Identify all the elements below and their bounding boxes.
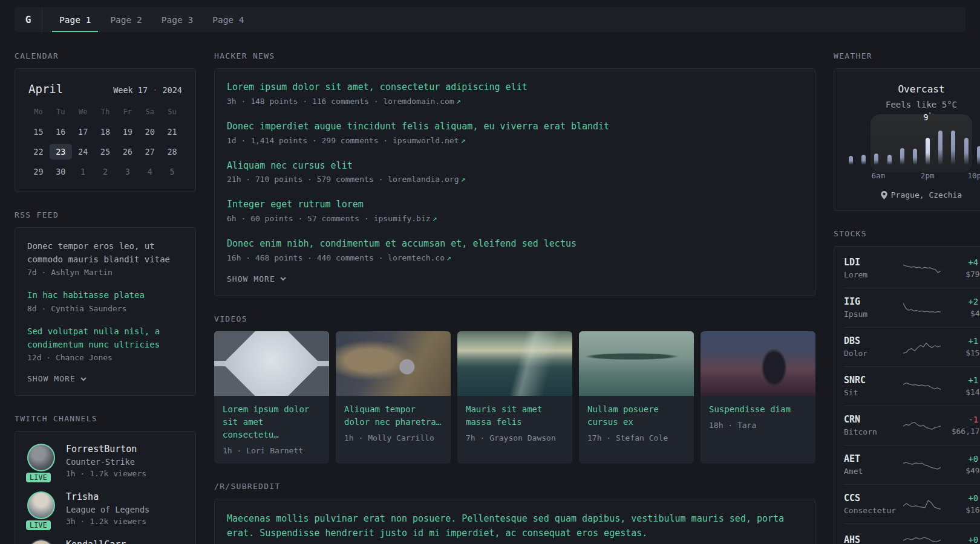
- hackernews-show-more-button[interactable]: SHOW MORE: [227, 274, 803, 283]
- weather-bar[interactable]: [874, 154, 878, 165]
- stock-identity: CRNBitcorn: [844, 414, 897, 436]
- avatar[interactable]: [27, 539, 55, 544]
- hackernews-item-title[interactable]: Donec imperdiet augue tincidunt felis al…: [227, 120, 803, 134]
- avatar[interactable]: [27, 444, 55, 471]
- calendar-day[interactable]: 27: [139, 144, 161, 160]
- weather-bar[interactable]: [913, 149, 917, 165]
- app-logo[interactable]: G: [15, 7, 42, 32]
- calendar-day[interactable]: 24: [72, 144, 94, 160]
- tab-page-3[interactable]: Page 3: [154, 7, 200, 32]
- hackernews-item-title[interactable]: Lorem ipsum dolor sit amet, consectetur …: [227, 81, 803, 94]
- stocks-card: LDILorem+4.35%$795.18IIGIpsum+2.84%$42.0…: [834, 246, 980, 544]
- hackernews-item-title[interactable]: Integer eget rutrum lorem: [227, 198, 803, 212]
- hackernews-item: Donec imperdiet augue tincidunt felis al…: [227, 120, 803, 145]
- video-title[interactable]: Suspendisse diam: [709, 403, 807, 416]
- video-thumbnail[interactable]: [457, 331, 572, 396]
- calendar-day-header: Sa: [139, 104, 161, 120]
- external-link-icon[interactable]: ↗: [456, 97, 461, 106]
- calendar-day[interactable]: 1: [72, 164, 94, 180]
- tab-page-2[interactable]: Page 2: [103, 7, 149, 32]
- calendar-day[interactable]: 19: [116, 124, 139, 140]
- hackernews-item-title[interactable]: Aliquam nec cursus elit: [227, 160, 803, 173]
- stock-symbol[interactable]: SNRC: [844, 375, 866, 386]
- stock-symbol[interactable]: CRN: [844, 414, 860, 425]
- video-title[interactable]: Mauris sit amet massa felis: [466, 403, 564, 429]
- calendar-section-title: CALENDAR: [15, 51, 196, 60]
- calendar-day[interactable]: 15: [27, 124, 50, 140]
- weather-location[interactable]: Prague, Czechia: [845, 190, 980, 199]
- weather-bar[interactable]: [938, 131, 942, 165]
- weather-bar[interactable]: [861, 155, 866, 165]
- calendar-day[interactable]: 26: [116, 144, 139, 160]
- calendar-day[interactable]: 28: [161, 144, 183, 160]
- subreddit-post-title[interactable]: Maecenas mollis pulvinar erat non posuer…: [227, 511, 803, 540]
- weather-bar[interactable]: [887, 155, 892, 166]
- video-title[interactable]: Aliquam tempor dolor nec pharetra…: [344, 403, 442, 429]
- external-link-icon[interactable]: ↗: [461, 175, 466, 184]
- weather-bar[interactable]: [951, 131, 955, 165]
- twitch-channel-meta: 1h · 1.7k viewers: [66, 469, 146, 478]
- weather-feels-like: Feels like 5°C: [845, 100, 980, 109]
- calendar-day[interactable]: 25: [94, 144, 117, 160]
- external-link-icon[interactable]: ↗: [446, 253, 451, 262]
- calendar-day[interactable]: 3: [116, 164, 139, 180]
- calendar-day[interactable]: 22: [27, 144, 50, 160]
- calendar-day[interactable]: 29: [27, 164, 50, 180]
- external-link-icon[interactable]: ↗: [433, 214, 437, 223]
- hackernews-item: Integer eget rutrum lorem6h · 60 points …: [227, 198, 803, 223]
- video-title[interactable]: Lorem ipsum dolor sit amet consectetu…: [223, 403, 321, 441]
- stock-sparkline: [903, 496, 941, 512]
- calendar-day[interactable]: 4: [139, 164, 161, 180]
- weather-bar[interactable]: [900, 148, 904, 165]
- calendar-day-selected[interactable]: 23: [50, 144, 72, 160]
- rss-item-title[interactable]: Donec tempor eros leo, ut commodo mauris…: [27, 240, 183, 266]
- calendar-day[interactable]: 18: [94, 124, 117, 140]
- calendar-day[interactable]: 30: [50, 164, 72, 180]
- rss-item-title[interactable]: In hac habitasse platea: [27, 289, 183, 302]
- stock-symbol[interactable]: LDI: [844, 257, 860, 268]
- weather-condition: Overcast: [845, 83, 980, 95]
- avatar[interactable]: [27, 491, 55, 519]
- hackernews-item: Aliquam nec cursus elit21h · 710 points …: [227, 160, 803, 184]
- rss-list: Donec tempor eros leo, ut commodo mauris…: [27, 240, 183, 362]
- stock-identity: LDILorem: [844, 257, 897, 279]
- rss-item-meta: 12d · Chance Jones: [27, 353, 183, 362]
- rss-item-title[interactable]: Sed volutpat nulla nisl, a condimentum n…: [27, 325, 183, 351]
- stock-name: Dolor: [844, 349, 897, 358]
- stock-identity: DBSDolor: [844, 335, 897, 358]
- rss-show-more-button[interactable]: SHOW MORE: [27, 374, 183, 383]
- weather-bar[interactable]: [964, 138, 969, 165]
- twitch-channel-info: TrishaLeague of Legends3h · 1.2k viewers: [66, 491, 149, 526]
- location-pin-icon: [881, 191, 887, 199]
- hackernews-item-title[interactable]: Donec enim nibh, condimentum et accumsan…: [227, 238, 803, 251]
- calendar-day[interactable]: 21: [161, 124, 183, 140]
- stock-symbol[interactable]: DBS: [844, 335, 860, 346]
- hackernews-item-meta: 6h · 60 points · 57 comments · ipsumify.…: [227, 214, 803, 223]
- video-title[interactable]: Nullam posuere cursus ex: [587, 403, 685, 429]
- calendar-day[interactable]: 2: [94, 164, 117, 180]
- twitch-channel-name[interactable]: Trisha: [66, 491, 99, 502]
- video-card: Aliquam tempor dolor nec pharetra…1h · M…: [336, 331, 451, 464]
- calendar-day[interactable]: 16: [50, 124, 72, 140]
- weather-bar[interactable]: [926, 138, 930, 165]
- twitch-channel-name[interactable]: KendallCarr: [66, 539, 126, 544]
- calendar-day[interactable]: 5: [161, 164, 183, 180]
- stock-symbol[interactable]: AET: [844, 453, 860, 464]
- video-thumbnail[interactable]: [214, 331, 329, 396]
- stocks-widget: STOCKS LDILorem+4.35%$795.18IIGIpsum+2.8…: [834, 229, 980, 544]
- weather-bar[interactable]: [977, 146, 980, 165]
- twitch-channel-name[interactable]: ForrestBurton: [66, 444, 137, 455]
- stock-symbol[interactable]: AHS: [844, 534, 860, 544]
- external-link-icon[interactable]: ↗: [461, 136, 466, 145]
- weather-bar[interactable]: [849, 156, 853, 165]
- tab-page-1[interactable]: Page 1: [52, 7, 98, 32]
- stock-symbol[interactable]: IIG: [844, 296, 860, 307]
- video-thumbnail[interactable]: [701, 331, 815, 396]
- tab-page-4[interactable]: Page 4: [205, 7, 251, 32]
- calendar-day[interactable]: 17: [72, 124, 94, 140]
- video-thumbnail[interactable]: [336, 331, 451, 396]
- video-thumbnail[interactable]: [579, 331, 694, 396]
- calendar-day[interactable]: 20: [139, 124, 161, 140]
- hackernews-item-meta-text: 16h · 468 points · 440 comments · loremt…: [227, 253, 445, 262]
- stock-symbol[interactable]: CCS: [844, 493, 860, 504]
